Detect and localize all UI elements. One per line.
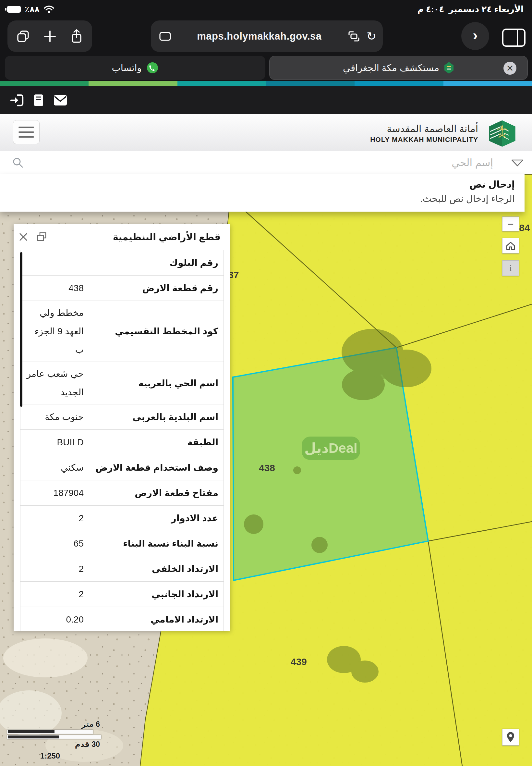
page-accent-bar [0, 81, 532, 86]
row-label: الارتداد الامامي [89, 607, 224, 631]
brand: أمانة العاصمة المقدسة HOLY MAKKAH MUNICI… [370, 117, 519, 149]
svg-text:ديلDeal: ديلDeal [304, 441, 357, 456]
toolbar-left-group [7, 20, 92, 52]
table-row: 2الارتداد الخلفي [20, 556, 224, 582]
row-label: اسم الحي بالعربية [89, 362, 224, 404]
table-row: مخطط ولي العهد 9 الجزء بكود المخطط التقس… [20, 301, 224, 362]
page-extensions-icon[interactable] [347, 30, 361, 43]
scale-ratio: 1:250 [7, 751, 93, 760]
row-label: الطبقة [89, 430, 224, 455]
sign-in-icon[interactable] [10, 93, 25, 107]
scale-bar-imperial [7, 735, 101, 739]
row-value [20, 250, 89, 275]
tab-makkah-explorer[interactable]: مستكشف مكة الجغرافي ✕ [269, 56, 528, 80]
tab-whatsapp-label: واتساب [112, 62, 141, 73]
mail-icon[interactable] [53, 94, 68, 107]
table-row: سكنيوصف استخدام قطعة الارض [20, 455, 224, 480]
tab-makkah-label: مستكشف مكة الجغرافي [343, 62, 439, 73]
progress-segment [266, 81, 355, 86]
search-divider [504, 151, 504, 174]
scale-metric-label: 6 متر [7, 720, 101, 729]
battery-percent: ٪٨٨ [25, 5, 40, 14]
split-view-icon[interactable] [501, 28, 526, 48]
tab-bar: واتساب مستكشف مكة الجغرافي ✕ [0, 56, 532, 80]
panel-scrollbar[interactable] [20, 252, 22, 407]
home-icon [505, 240, 516, 251]
chevron-down-icon[interactable] [510, 158, 525, 167]
url-text[interactable]: maps.holymakkah.gov.sa [172, 30, 347, 42]
search-suggestion-panel[interactable]: إدخال نص الرجاء إدخال نص للبحث. [0, 174, 525, 212]
row-value: حي شعب عامر الجديد [20, 362, 89, 404]
org-name-english: HOLY MAKKAH MUNICIPALITY [370, 136, 478, 143]
row-value: 438 [20, 275, 89, 300]
journal-icon[interactable] [32, 93, 45, 107]
scale-imperial-label: 30 قدم [7, 740, 101, 749]
row-value: BUILD [20, 430, 89, 455]
search-input[interactable]: إسم الحي [452, 151, 493, 174]
panel-header: قطع الأراضي التنظيمية [14, 224, 230, 250]
parcel-attributes-table: رقم البلوك438رقم قطعة الارضمخطط ولي العه… [20, 250, 224, 631]
reload-icon[interactable]: ↻ [367, 30, 376, 42]
table-row: 0.20الارتداد الامامي [20, 607, 224, 631]
zoom-out-button[interactable]: − [502, 216, 519, 231]
duplicate-panel-icon[interactable] [36, 231, 48, 242]
table-row: 2عدد الادوار [20, 506, 224, 531]
tabs-icon[interactable] [16, 29, 30, 43]
home-extent-button[interactable] [502, 238, 519, 253]
row-label: اسم البلدية بالعربي [89, 405, 224, 430]
location-pin-icon [505, 731, 516, 743]
new-tab-icon[interactable] [43, 30, 57, 43]
close-tab-icon[interactable]: ✕ [503, 62, 516, 75]
makkah-favicon [444, 61, 454, 74]
table-row: 438رقم قطعة الارض [20, 275, 224, 301]
row-value: 65 [20, 531, 89, 556]
row-label: رقم البلوك [89, 250, 224, 275]
row-label: عدد الادوار [89, 506, 224, 531]
table-row: حي شعب عامر الجديداسم الحي بالعربية [20, 362, 224, 405]
table-row: جنوب مكةاسم البلدية بالعربي [20, 405, 224, 430]
address-bar[interactable]: maps.holymakkah.gov.sa ↻ [151, 20, 383, 52]
info-button[interactable]: i [502, 260, 519, 276]
deal-watermark: ديلDeal [302, 437, 360, 460]
keyboard-forward-button[interactable]: › [461, 22, 489, 50]
row-label: الارتداد الجانبي [89, 582, 224, 607]
table-row: رقم البلوك [20, 250, 224, 275]
row-value: 2 [20, 556, 89, 581]
table-row: 65نسبة البناء نسبة البناء [20, 531, 224, 556]
scale-bar-metric [7, 730, 93, 734]
row-label: رقم قطعة الارض [89, 275, 224, 300]
row-label: الارتداد الخلفي [89, 556, 224, 581]
suggestion-title: إدخال نص [0, 179, 515, 190]
district-search-bar[interactable]: إسم الحي [0, 151, 532, 174]
org-name-arabic: أمانة العاصمة المقدسة [370, 123, 478, 134]
parcel-label-selected: 438 [259, 463, 275, 473]
locate-button[interactable] [502, 729, 519, 746]
table-row: BUILDالطبقة [20, 430, 224, 455]
row-value: 2 [20, 506, 89, 531]
municipality-logo [485, 116, 519, 150]
share-icon[interactable] [69, 29, 84, 44]
page-icon[interactable] [159, 31, 172, 42]
row-value: جنوب مكة [20, 405, 89, 430]
row-value: 0.20 [20, 607, 89, 631]
parcel-label-right: 84 [519, 222, 530, 233]
tab-whatsapp[interactable]: واتساب [5, 56, 265, 80]
site-header: أمانة العاصمة المقدسة HOLY MAKKAH MUNICI… [0, 114, 532, 151]
whatsapp-icon [146, 62, 159, 74]
scale-bar: 6 متر 30 قدم 1:250 [7, 720, 101, 760]
row-label: وصف استخدام قطعة الارض [89, 455, 224, 480]
progress-segment [443, 81, 532, 86]
row-label: كود المخطط التقسيمي [89, 301, 224, 361]
progress-segment [0, 81, 89, 86]
progress-segment [355, 81, 443, 86]
suggestion-message: الرجاء إدخال نص للبحث. [0, 193, 515, 204]
progress-segment [89, 81, 177, 86]
row-value: سكني [20, 455, 89, 480]
progress-segment [177, 81, 266, 86]
row-label: نسبة البناء نسبة البناء [89, 531, 224, 556]
table-row: 2الارتداد الجانبي [20, 582, 224, 607]
close-panel-icon[interactable] [18, 231, 29, 242]
menu-button[interactable] [13, 120, 40, 144]
status-date: الأربعاء ٢٤ ديسمبر [449, 4, 524, 14]
status-time: ٤:٠٤ م [417, 4, 444, 14]
